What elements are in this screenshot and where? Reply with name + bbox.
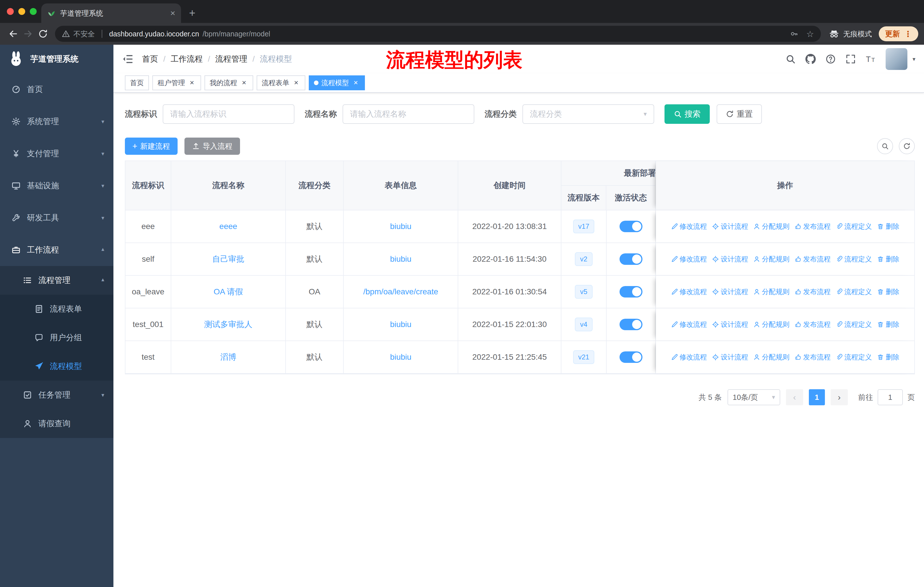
close-icon[interactable]: × bbox=[352, 79, 360, 87]
url-bar[interactable]: 不安全 dashboard.yudao.iocoder.cn/bpm/manag… bbox=[55, 26, 821, 42]
row-action-link[interactable]: 流程定义 bbox=[836, 287, 872, 296]
process-key-input[interactable] bbox=[163, 104, 294, 124]
active-switch[interactable] bbox=[620, 253, 642, 265]
process-name-link[interactable]: 自己审批 bbox=[212, 254, 244, 265]
sidebar-item[interactable]: 基础设施 ▾ bbox=[0, 170, 114, 202]
menu-dots-icon[interactable]: ⋮ bbox=[904, 29, 912, 39]
breadcrumb-item[interactable]: 流程管理 bbox=[215, 54, 248, 64]
row-action-link[interactable]: 流程定义 bbox=[836, 320, 872, 329]
process-name-link[interactable]: OA 请假 bbox=[214, 286, 243, 297]
breadcrumb-item[interactable]: 首页 bbox=[142, 54, 158, 64]
page-size-select[interactable]: 10条/页 ▾ bbox=[728, 389, 780, 405]
row-action-link[interactable]: 修改流程 bbox=[671, 287, 707, 296]
row-action-link[interactable]: 发布流程 bbox=[795, 320, 831, 329]
sidebar-item[interactable]: 任务管理 ▾ bbox=[0, 380, 114, 409]
row-action-link[interactable]: 流程定义 bbox=[836, 222, 872, 231]
tab-close-icon[interactable]: × bbox=[170, 9, 175, 18]
avatar[interactable] bbox=[886, 48, 908, 70]
row-action-link[interactable]: 删除 bbox=[877, 287, 899, 296]
page-number-button[interactable]: 1 bbox=[809, 389, 825, 405]
goto-page-input[interactable] bbox=[878, 389, 903, 405]
toggle-search-button[interactable] bbox=[877, 138, 893, 154]
form-info-link[interactable]: /bpm/oa/leave/create bbox=[363, 287, 438, 296]
row-action-link[interactable]: 设计流程 bbox=[712, 320, 748, 329]
sidebar-item[interactable]: 系统管理 ▾ bbox=[0, 106, 114, 137]
browser-tab[interactable]: 芋道管理系统 × bbox=[41, 3, 181, 23]
close-icon[interactable]: × bbox=[188, 79, 196, 87]
help-icon[interactable] bbox=[825, 54, 836, 64]
form-info-link[interactable]: biubiu bbox=[390, 222, 412, 231]
refresh-table-button[interactable] bbox=[899, 138, 915, 154]
create-process-button[interactable]: + 新建流程 bbox=[125, 137, 178, 155]
process-name-link[interactable]: 滔博 bbox=[220, 352, 236, 362]
search-icon[interactable] bbox=[785, 54, 796, 64]
row-action-link[interactable]: 发布流程 bbox=[795, 287, 831, 296]
reset-button[interactable]: 重置 bbox=[717, 104, 762, 124]
sidebar-item[interactable]: 研发工具 ▾ bbox=[0, 202, 114, 234]
breadcrumb-item[interactable]: 工作流程 bbox=[171, 54, 203, 64]
sidebar-item[interactable]: 用户分组 bbox=[0, 323, 114, 352]
tab-tag[interactable]: 租户管理 × bbox=[152, 75, 201, 90]
sidebar-toggle-icon[interactable] bbox=[122, 53, 134, 65]
row-action-link[interactable]: 修改流程 bbox=[671, 255, 707, 264]
active-switch[interactable] bbox=[620, 319, 642, 330]
row-action-link[interactable]: 删除 bbox=[877, 352, 899, 362]
active-switch[interactable] bbox=[620, 221, 642, 232]
new-tab-button[interactable]: + bbox=[189, 7, 195, 18]
row-action-link[interactable]: 流程定义 bbox=[836, 352, 872, 362]
bookmark-star-icon[interactable]: ☆ bbox=[806, 29, 814, 39]
sidebar-item[interactable]: 流程管理 ▾ bbox=[0, 266, 114, 294]
next-page-button[interactable]: › bbox=[831, 389, 848, 405]
row-action-link[interactable]: 分配规则 bbox=[753, 222, 789, 231]
row-action-link[interactable]: 流程定义 bbox=[836, 255, 872, 264]
github-icon[interactable] bbox=[805, 54, 816, 64]
row-action-link[interactable]: 发布流程 bbox=[795, 222, 831, 231]
sidebar-item[interactable]: 支付管理 ▾ bbox=[0, 137, 114, 170]
import-process-button[interactable]: 导入流程 bbox=[185, 137, 240, 155]
row-action-link[interactable]: 删除 bbox=[877, 255, 899, 264]
row-action-link[interactable]: 发布流程 bbox=[795, 352, 831, 362]
security-label[interactable]: 不安全 bbox=[73, 29, 95, 39]
row-action-link[interactable]: 修改流程 bbox=[671, 320, 707, 329]
sidebar-item[interactable]: 流程表单 bbox=[0, 294, 114, 323]
row-action-link[interactable]: 修改流程 bbox=[671, 222, 707, 231]
row-action-link[interactable]: 分配规则 bbox=[753, 255, 789, 264]
form-info-link[interactable]: biubiu bbox=[390, 255, 412, 264]
tab-tag[interactable]: 流程表单 × bbox=[257, 75, 305, 90]
form-info-link[interactable]: biubiu bbox=[390, 352, 412, 362]
process-name-link[interactable]: eeee bbox=[219, 222, 237, 231]
row-action-link[interactable]: 分配规则 bbox=[753, 352, 789, 362]
process-name-input[interactable] bbox=[343, 104, 474, 124]
tab-tag[interactable]: 流程模型 × bbox=[309, 75, 365, 90]
fullscreen-icon[interactable] bbox=[845, 54, 856, 64]
font-size-icon[interactable] bbox=[866, 54, 876, 64]
row-action-link[interactable]: 设计流程 bbox=[712, 255, 748, 264]
row-action-link[interactable]: 分配规则 bbox=[753, 320, 789, 329]
active-switch[interactable] bbox=[620, 351, 642, 363]
sidebar-item[interactable]: 工作流程 ▾ bbox=[0, 234, 114, 266]
row-action-link[interactable]: 删除 bbox=[877, 222, 899, 231]
row-action-link[interactable]: 修改流程 bbox=[671, 352, 707, 362]
password-key-icon[interactable] bbox=[790, 30, 798, 38]
row-action-link[interactable]: 设计流程 bbox=[712, 222, 748, 231]
window-close-button[interactable] bbox=[7, 8, 14, 15]
process-category-select[interactable]: 流程分类 ▾ bbox=[522, 104, 654, 124]
window-zoom-button[interactable] bbox=[30, 8, 37, 15]
row-action-link[interactable]: 分配规则 bbox=[753, 287, 789, 296]
tab-tag[interactable]: 首页 bbox=[125, 75, 149, 90]
prev-page-button[interactable]: ‹ bbox=[786, 389, 803, 405]
sidebar-item[interactable]: 流程模型 bbox=[0, 352, 114, 380]
sidebar-item[interactable]: 请假查询 bbox=[0, 409, 114, 438]
search-button[interactable]: 搜索 bbox=[665, 104, 710, 124]
update-button[interactable]: 更新 ⋮ bbox=[879, 26, 918, 41]
sidebar-item[interactable]: 首页 bbox=[0, 73, 114, 106]
active-switch[interactable] bbox=[620, 286, 642, 298]
reload-icon[interactable] bbox=[36, 26, 50, 41]
process-name-link[interactable]: 测试多审批人 bbox=[204, 319, 252, 330]
app-logo[interactable]: 芋道管理系统 bbox=[0, 45, 114, 73]
row-action-link[interactable]: 发布流程 bbox=[795, 255, 831, 264]
close-icon[interactable]: × bbox=[240, 79, 248, 87]
forward-icon[interactable] bbox=[21, 26, 36, 41]
close-icon[interactable]: × bbox=[292, 79, 300, 87]
window-minimize-button[interactable] bbox=[18, 8, 25, 15]
